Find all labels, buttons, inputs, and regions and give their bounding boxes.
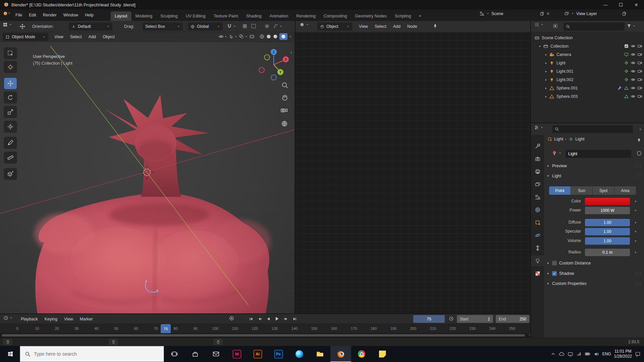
workspace-tab-sculpting[interactable]: Sculpting (156, 11, 181, 21)
timeline-ruler[interactable]: 0102030405060708090100110120130140150160… (0, 324, 531, 333)
field-volume[interactable]: 1.00 (585, 237, 630, 245)
eye-toggle[interactable] (631, 85, 636, 90)
eye-toggle[interactable] (631, 52, 636, 57)
taskbar-app-mail[interactable] (206, 346, 226, 362)
taskbar-app-store[interactable] (185, 346, 206, 362)
disclosure-right-icon[interactable] (544, 61, 549, 65)
visibility-dropdown[interactable] (218, 34, 227, 39)
outliner-type-button[interactable] (534, 22, 544, 27)
taskbar-app-edge[interactable] (289, 346, 310, 362)
render-camera-toggle[interactable] (637, 94, 642, 99)
render-camera-toggle[interactable] (637, 52, 642, 57)
menu-help[interactable]: Help (82, 11, 97, 19)
workspace-tab-layout[interactable]: Layout (111, 11, 131, 21)
outliner-search[interactable] (564, 22, 625, 31)
tool-scale[interactable] (4, 106, 17, 118)
light-data-toggle[interactable] (624, 77, 629, 82)
taskbar-app-sticky-notes[interactable] (372, 346, 393, 362)
disclosure-right-icon[interactable] (544, 52, 549, 57)
proportional-edit-toggle[interactable] (264, 23, 270, 29)
viewport-canvas[interactable]: Z X Y ‹ (0, 42, 294, 314)
disclosure-right-icon[interactable] (544, 94, 549, 99)
shader-menu-select[interactable]: Select (371, 22, 390, 31)
use-preview-range-icon[interactable] (449, 316, 454, 321)
animate-dot[interactable] (635, 240, 636, 242)
workspace-tab-geometry-nodes[interactable]: Geometry Nodes (351, 11, 390, 21)
timeline-menu-playback[interactable]: Playback (17, 315, 41, 323)
custom-distance-checkbox[interactable] (552, 261, 557, 265)
shading-material-button[interactable] (273, 34, 278, 39)
jump-to-end-button[interactable] (290, 315, 299, 322)
mesh-data-toggle[interactable] (624, 94, 629, 99)
mesh-data-toggle[interactable] (624, 85, 629, 90)
viewport-menu-view[interactable]: View (51, 33, 67, 41)
play-button[interactable] (273, 315, 281, 322)
screen-toggle[interactable] (624, 52, 629, 57)
playhead[interactable]: 75 (161, 324, 171, 334)
pin-id-icon[interactable] (637, 137, 641, 142)
preview-section-header[interactable]: Preview (546, 164, 567, 168)
field-diffuse[interactable]: 1.00 (585, 219, 630, 226)
tool-measure[interactable] (4, 152, 17, 163)
workspace-tab-scripting[interactable]: Scripting (391, 11, 415, 21)
shader-editor-type-button[interactable] (300, 22, 309, 27)
shader-editor-area[interactable] (296, 32, 531, 314)
menu-edit[interactable]: Edit (25, 11, 40, 19)
render-camera-toggle[interactable] (637, 69, 642, 74)
eye-toggle[interactable] (631, 77, 636, 82)
taskbar-app-file-explorer[interactable] (310, 346, 330, 362)
close-button[interactable]: ✕ (629, 0, 644, 9)
properties-tab-texture[interactable] (531, 268, 544, 279)
properties-tab-object-data[interactable] (531, 255, 544, 266)
mode-dropdown[interactable]: Object Mode (3, 33, 48, 41)
light-section-header[interactable]: Light (546, 174, 561, 178)
id-type-button[interactable] (552, 150, 561, 156)
tool-transform[interactable] (4, 121, 17, 132)
properties-tab-tool[interactable] (531, 141, 544, 152)
custom-distance-header[interactable]: Custom Distance (546, 261, 591, 265)
sculpted-bust[interactable] (34, 95, 271, 314)
light-drag-dots[interactable]: ⋮⋮ (635, 174, 642, 178)
workspace-tab-shading[interactable]: Shading (242, 11, 266, 21)
properties-tab-world[interactable] (531, 204, 544, 215)
color-swatch[interactable] (585, 198, 630, 205)
light-type-area[interactable]: Area (614, 186, 636, 195)
shading-solid-button[interactable] (266, 34, 271, 39)
shader-menu-add[interactable]: Add (390, 22, 404, 31)
light-type-spot[interactable]: Spot (593, 186, 614, 195)
zoom-button[interactable] (282, 83, 288, 88)
outliner-row-camera[interactable]: Camera (531, 50, 644, 59)
editor-divider[interactable] (295, 21, 296, 314)
disclosure-right-icon[interactable] (544, 77, 549, 82)
workspace-tab-compositing[interactable]: Compositing (320, 11, 351, 21)
outliner-props-divider[interactable] (531, 123, 644, 123)
shadow-checkbox[interactable]: ✓ (552, 271, 557, 276)
disclosure-right-icon[interactable] (544, 86, 549, 90)
animate-dot[interactable] (635, 231, 636, 232)
outliner-row-light-002[interactable]: Light.002 (531, 75, 644, 84)
snap-mode-button[interactable] (242, 23, 248, 29)
menu-render[interactable]: Render (40, 11, 60, 19)
eye-toggle[interactable] (631, 69, 636, 74)
viewport-3d[interactable]: Z X Y ‹ User Perspective (75) Collection… (0, 42, 294, 314)
shader-menu-node[interactable]: Node (404, 22, 421, 31)
view-layer-selector[interactable]: View Layer (564, 11, 627, 16)
light-data-toggle[interactable] (624, 69, 629, 74)
timeline-menu-marker[interactable]: Marker (76, 315, 96, 323)
animate-dot[interactable] (635, 210, 636, 211)
gizmo-neg-y-axis[interactable] (264, 55, 270, 60)
xray-toggle[interactable] (249, 34, 255, 39)
shader-menu-view[interactable]: View (356, 22, 371, 31)
editor-type-button[interactable] (3, 22, 12, 27)
outliner-row-sphere-003[interactable]: Sphere.003 (531, 92, 644, 101)
properties-search-input[interactable] (561, 127, 625, 132)
outliner-search-input[interactable] (572, 24, 619, 29)
shading-wireframe-button[interactable] (259, 34, 265, 39)
timeline-divider[interactable] (0, 313, 531, 314)
gizmo-neg-x-axis[interactable] (259, 67, 264, 73)
snap-target-button[interactable] (251, 23, 256, 29)
outliner-row-sphere-001[interactable]: Sphere.001 (531, 84, 644, 92)
properties-tab-render[interactable] (531, 154, 544, 164)
shader-mode-dropdown[interactable]: Object (317, 22, 352, 31)
viewport-menu-select[interactable]: Select (67, 33, 85, 41)
